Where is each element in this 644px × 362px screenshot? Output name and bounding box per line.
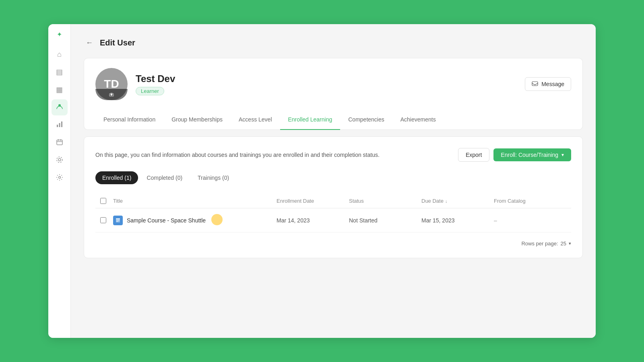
sidebar-item-users[interactable] — [52, 99, 68, 115]
courses-icon: ▤ — [56, 68, 63, 76]
page-header: ← Edit User — [84, 37, 583, 48]
svg-point-8 — [58, 158, 61, 161]
user-card: TD Test Dev Learner — [84, 58, 583, 110]
avatar-container: TD — [95, 68, 128, 100]
sidebar-item-home[interactable]: ⌂ — [52, 46, 68, 62]
rows-per-page-control[interactable]: Rows per page: 25 ▾ — [95, 241, 571, 247]
content-description-bar: On this page, you can find information a… — [95, 148, 571, 162]
tab-personal-information[interactable]: Personal Information — [95, 110, 163, 130]
svg-rect-16 — [116, 221, 118, 222]
message-button[interactable]: Message — [525, 77, 571, 91]
cell-status: Not Started — [349, 217, 421, 224]
rows-per-page-chevron-icon: ▾ — [569, 241, 571, 246]
users-icon — [56, 103, 63, 112]
logo-star-icon: ✦ — [57, 31, 62, 38]
col-header-status: Status — [349, 198, 421, 204]
back-arrow-icon: ← — [86, 39, 93, 47]
svg-rect-14 — [116, 218, 120, 219]
course-title: Sample Course - Space Shuttle — [127, 217, 206, 224]
select-all-checkbox[interactable] — [100, 198, 106, 204]
table-container: Title Enrollment Date Status Due Date ↓ … — [95, 194, 571, 232]
tab-achievements[interactable]: Achievements — [392, 110, 444, 130]
svg-rect-3 — [61, 121, 62, 127]
cell-from-catalog: – — [494, 217, 566, 224]
settings-icon — [56, 174, 63, 183]
reports-icon — [56, 121, 63, 130]
col-header-enrollment-date: Enrollment Date — [277, 198, 349, 204]
sub-tab-enrolled[interactable]: Enrolled (1) — [95, 171, 138, 184]
col-header-from-catalog: From Catalog — [494, 198, 566, 204]
svg-rect-1 — [57, 125, 58, 127]
table-header: Title Enrollment Date Status Due Date ↓ … — [95, 194, 571, 208]
svg-point-10 — [58, 176, 60, 178]
course-icon — [113, 216, 123, 225]
enroll-button[interactable]: Enroll: Course/Training ▾ — [493, 148, 571, 161]
cell-due-date: Mar 15, 2023 — [421, 217, 494, 224]
table-row: Sample Course - Space Shuttle Mar 14, 20… — [95, 208, 571, 232]
message-icon — [532, 81, 538, 87]
col-header-title: Title — [113, 198, 277, 204]
sidebar-item-courses[interactable]: ▤ — [52, 64, 68, 80]
sidebar-item-calendar[interactable]: ▦ — [52, 82, 68, 98]
page-title: Edit User — [100, 38, 135, 47]
sub-tab-completed[interactable]: Completed (0) — [140, 171, 189, 184]
sort-icon: ↓ — [445, 199, 448, 204]
rows-per-page-label: Rows per page: — [521, 241, 558, 247]
svg-rect-15 — [116, 220, 120, 220]
enroll-btn-chevron-icon: ▾ — [561, 152, 564, 158]
col-header-due-date[interactable]: Due Date ↓ — [421, 198, 494, 204]
cursor-indicator — [211, 214, 223, 225]
tab-access-level[interactable]: Access Level — [231, 110, 280, 130]
avatar-camera-button[interactable] — [95, 89, 128, 100]
actions-bar: Export Enroll: Course/Training ▾ — [458, 148, 571, 162]
sidebar-item-schedule[interactable] — [52, 135, 68, 151]
cell-enrollment-date: Mar 14, 2023 — [277, 217, 349, 224]
message-btn-label: Message — [541, 81, 564, 87]
svg-rect-4 — [57, 140, 62, 145]
home-icon: ⌂ — [57, 50, 62, 59]
sidebar: ✦ ⌂ ▤ ▦ — [48, 24, 71, 338]
calendar-icon: ▦ — [56, 85, 63, 94]
tabs-container: Personal Information Group Memberships A… — [84, 110, 583, 130]
description-text: On this page, you can find information a… — [95, 152, 380, 158]
row-select-checkbox[interactable] — [100, 217, 106, 223]
user-info: TD Test Dev Learner — [95, 68, 175, 100]
svg-point-11 — [111, 94, 113, 96]
sidebar-item-settings[interactable] — [52, 170, 68, 186]
export-button[interactable]: Export — [458, 148, 489, 162]
cell-title: Sample Course - Space Shuttle — [113, 214, 277, 226]
tab-group-memberships[interactable]: Group Memberships — [163, 110, 231, 130]
row-checkbox-cell — [100, 217, 113, 223]
user-name: Test Dev — [136, 73, 175, 84]
sub-tab-trainings[interactable]: Trainings (0) — [191, 171, 236, 184]
user-role-badge: Learner — [136, 87, 164, 95]
cursor-area — [210, 214, 221, 226]
enroll-btn-label: Enroll: Course/Training — [501, 152, 558, 158]
sub-tabs: Enrolled (1) Completed (0) Trainings (0) — [95, 171, 571, 184]
svg-point-9 — [57, 157, 62, 162]
sidebar-item-reports[interactable] — [52, 117, 68, 133]
back-button[interactable]: ← — [84, 37, 95, 48]
user-details: Test Dev Learner — [136, 73, 175, 95]
tab-enrolled-learning[interactable]: Enrolled Learning — [280, 110, 341, 130]
automation-icon — [56, 156, 63, 165]
sidebar-item-automation[interactable] — [52, 152, 68, 169]
svg-rect-2 — [59, 123, 60, 127]
logo: ✦ — [54, 31, 65, 38]
content-area: On this page, you can find information a… — [84, 136, 583, 258]
header-checkbox-cell — [100, 198, 113, 204]
tab-competencies[interactable]: Competencies — [340, 110, 392, 130]
rows-per-page-value: 25 — [561, 241, 566, 247]
main-content: ← Edit User TD Test Dev Learn — [71, 24, 596, 338]
schedule-icon — [56, 138, 63, 148]
